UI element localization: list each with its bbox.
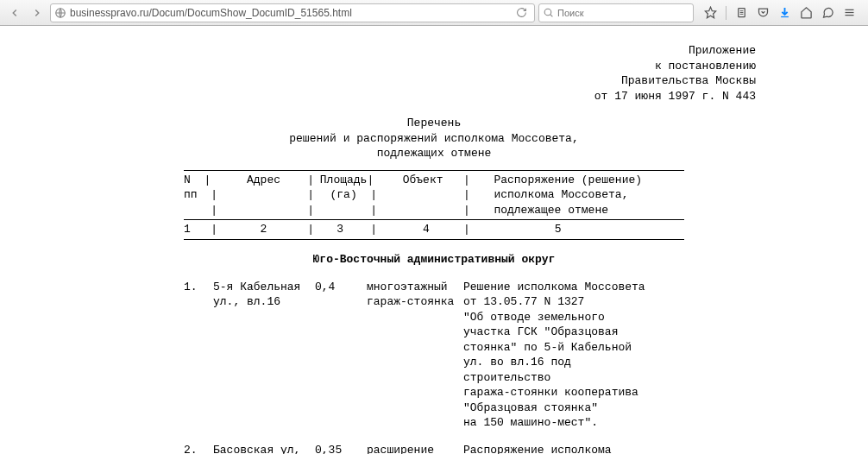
row-num: 1. [184,280,213,431]
cn4: 4 [423,223,430,236]
url-bar[interactable] [50,3,535,22]
svg-marker-3 [705,7,716,18]
doc-title: Перечень решений и распоряжений исполком… [35,116,833,161]
row-ord: ул. во вл.16 под [463,355,684,370]
url-input[interactable] [70,7,509,19]
pocket-icon[interactable] [757,6,770,19]
row-area: 0,35 [315,443,367,454]
th-obj: Объект [403,173,443,186]
search-bar[interactable] [538,3,694,22]
th-n: N [184,173,191,186]
table-row: 2. Басовская ул, вл.16 0,35 расширение т… [184,443,684,454]
title-line: подлежащих отмене [35,146,833,161]
th-addr: Адрес [247,173,280,186]
row-addr: ул., вл.16 [213,294,315,310]
table-rule [184,239,684,240]
clipboard-icon[interactable] [735,6,748,19]
row-ord: на 150 машино-мест". [463,415,684,431]
doc-header: Приложение к постановлению Правительства… [35,43,833,104]
svg-line-2 [550,15,553,17]
title-line: Перечень [35,116,833,131]
download-icon[interactable] [778,6,791,19]
row-addr: 5-я Кабельная [213,280,315,295]
row-addr: Басовская ул, [213,443,315,454]
table-rule [184,219,684,220]
header-line: к постановлению [35,59,756,74]
row-area: 0,4 [315,280,367,431]
svg-point-1 [544,9,551,16]
section-title: Юго-Восточный административный округ [35,252,833,268]
toolbar-right [697,6,863,20]
data-rows: 1. 5-я Кабельная ул., вл.16 0,4 многоэта… [184,280,684,454]
row-ord: участка ГСК "Образцовая [463,325,684,340]
title-line: решений и распоряжений исполкома Моссове… [35,131,833,147]
menu-icon[interactable] [843,6,856,19]
header-line: Правительства Москвы [35,73,756,89]
document-content: Приложение к постановлению Правительства… [0,26,868,454]
row-ord: строительство [463,370,684,386]
row-ord: от 13.05.77 N 1327 [463,294,684,310]
arrow-right-icon [31,7,43,19]
table-row: 1. 5-я Кабельная ул., вл.16 0,4 многоэта… [184,280,684,431]
globe-icon [54,7,66,19]
forward-button[interactable] [28,3,47,22]
cn5: 5 [555,223,562,236]
row-ord: гаража-стоянки кооператива [463,385,684,400]
row-num: 2. [184,443,213,454]
divider [726,6,726,20]
table-header: N | Адрес | Площадь| Объект | Распоряжен… [184,170,684,240]
cn1: 1 [184,223,191,236]
chat-icon[interactable] [821,6,834,19]
browser-toolbar [0,0,868,26]
th-area2: (га) [330,188,356,201]
row-ord: Распоряжение исполкома [463,443,684,454]
row-ord: стоянка" по 5-й Кабельной [463,340,684,356]
header-line: Приложение [35,43,756,59]
search-input[interactable] [557,8,689,18]
header-line: от 17 июня 1997 г. N 443 [35,89,756,104]
th-area: Площадь [320,173,368,186]
row-ord: Решение исполкома Моссовета [463,280,684,295]
th-ord: Распоряжение (решение) [494,173,642,186]
row-ord: "Образцовая стоянка" [463,400,684,416]
back-button[interactable] [5,3,24,22]
table-rule [184,170,684,171]
row-ord: "Об отводе земельного [463,310,684,325]
row-obj: многоэтажный [367,280,463,295]
row-obj: гараж-стоянка [367,294,463,310]
row-obj: расширение [367,443,463,454]
th-ord3: подлежащее отмене [494,204,608,217]
th-ord2: исполкома Моссовета, [494,188,628,201]
home-icon[interactable] [800,6,813,19]
reload-icon[interactable] [513,7,531,18]
cn2: 2 [261,223,267,236]
cn3: 3 [337,223,343,236]
arrow-left-icon [9,7,21,19]
search-icon [543,7,554,18]
star-icon[interactable] [704,6,717,19]
th-n2: пп [184,188,198,201]
